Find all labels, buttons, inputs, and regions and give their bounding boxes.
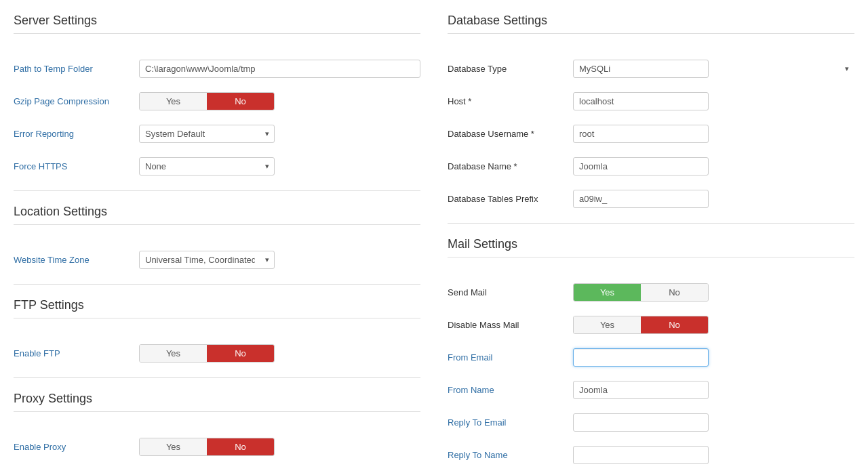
send-mail-field-row: Send Mail Yes No (448, 281, 854, 303)
send-mail-no-btn[interactable]: No (641, 284, 708, 301)
location-ftp-divider (14, 284, 420, 285)
db-mail-divider (448, 223, 854, 224)
error-reporting-control: System Default None Simple Maximum Devel… (139, 125, 420, 143)
right-column: Database Settings Database Type MySQLi M… (448, 14, 854, 475)
from-name-input[interactable] (573, 381, 709, 399)
database-type-label: Database Type (448, 64, 573, 74)
from-name-label: From Name (448, 385, 573, 395)
from-email-control (573, 348, 854, 367)
db-prefix-input[interactable] (573, 190, 709, 208)
enable-proxy-field-row: Enable Proxy Yes No (14, 436, 420, 457)
error-reporting-label: Error Reporting (14, 129, 139, 139)
db-username-field-row: Database Username * (448, 123, 854, 144)
enable-ftp-label: Enable FTP (14, 348, 139, 358)
enable-proxy-toggle-group: Yes No (139, 438, 275, 456)
send-mail-toggle-group: Yes No (573, 283, 709, 302)
host-control (573, 92, 854, 110)
database-settings-section: Database Settings Database Type MySQLi M… (448, 14, 854, 209)
db-prefix-field-row: Database Tables Prefix (448, 188, 854, 209)
enable-proxy-control: Yes No (139, 438, 420, 456)
disable-mass-mail-no-btn[interactable]: No (641, 316, 708, 333)
enable-ftp-yes-btn[interactable]: Yes (140, 345, 207, 362)
gzip-label: Gzip Page Compression (14, 96, 139, 106)
timezone-control: Universal Time, Coordinated ... UTC-12 U… (139, 251, 420, 269)
disable-mass-mail-toggle-group: Yes No (573, 316, 709, 334)
disable-mass-mail-field-row: Disable Mass Mail Yes No (448, 314, 854, 335)
force-https-field-row: Force HTTPS None Administrator Only Enti… (14, 155, 420, 177)
gzip-yes-btn[interactable]: Yes (140, 93, 207, 110)
enable-proxy-no-btn[interactable]: No (207, 438, 274, 455)
server-settings-title: Server Settings (14, 14, 420, 34)
gzip-no-btn[interactable]: No (207, 93, 274, 110)
path-to-temp-control (139, 60, 420, 78)
force-https-control: None Administrator Only Entire Site (139, 157, 420, 175)
enable-ftp-control: Yes No (139, 344, 420, 363)
db-prefix-label: Database Tables Prefix (448, 194, 573, 204)
timezone-select[interactable]: Universal Time, Coordinated ... UTC-12 U… (139, 251, 275, 269)
server-settings-section: Server Settings Path to Temp Folder Gzip… (14, 14, 420, 177)
error-reporting-select[interactable]: System Default None Simple Maximum Devel… (139, 125, 275, 143)
host-field-row: Host * (448, 90, 854, 112)
force-https-select[interactable]: None Administrator Only Entire Site (139, 157, 275, 175)
db-username-label: Database Username * (448, 129, 573, 139)
enable-proxy-yes-btn[interactable]: Yes (140, 438, 207, 455)
mail-settings-section: Mail Settings Send Mail Yes No Disable M… (448, 237, 854, 475)
ftp-proxy-divider (14, 377, 420, 378)
host-input[interactable] (573, 92, 709, 110)
reply-to-name-input[interactable] (573, 446, 709, 464)
ftp-settings-title: FTP Settings (14, 298, 420, 318)
timezone-select-wrapper: Universal Time, Coordinated ... UTC-12 U… (139, 251, 275, 269)
left-column: Server Settings Path to Temp Folder Gzip… (14, 14, 420, 475)
enable-proxy-label: Enable Proxy (14, 442, 139, 452)
path-to-temp-input[interactable] (139, 60, 420, 78)
database-type-field-row: Database Type MySQLi MySQL (PDO) Postgre… (448, 58, 854, 79)
db-name-control (573, 157, 854, 175)
database-type-select-wrapper: MySQLi MySQL (PDO) PostgreSQL SQLite (573, 60, 854, 78)
path-to-temp-label: Path to Temp Folder (14, 64, 139, 74)
enable-ftp-field-row: Enable FTP Yes No (14, 342, 420, 364)
host-label: Host * (448, 96, 573, 106)
path-to-temp-field-row: Path to Temp Folder (14, 58, 420, 79)
db-username-control (573, 125, 854, 143)
reply-to-email-field-row: Reply To Email (448, 411, 854, 433)
force-https-label: Force HTTPS (14, 161, 139, 171)
send-mail-control: Yes No (573, 283, 854, 302)
timezone-label: Website Time Zone (14, 255, 139, 265)
reply-to-email-input[interactable] (573, 413, 709, 432)
gzip-control: Yes No (139, 92, 420, 110)
proxy-settings-title: Proxy Settings (14, 392, 420, 412)
gzip-toggle-group: Yes No (139, 92, 275, 110)
from-email-field-row: From Email (448, 346, 854, 368)
reply-to-email-label: Reply To Email (448, 417, 573, 428)
location-settings-section: Location Settings Website Time Zone Univ… (14, 205, 420, 270)
server-location-divider (14, 190, 420, 191)
timezone-field-row: Website Time Zone Universal Time, Coordi… (14, 249, 420, 270)
reply-to-email-control (573, 413, 854, 432)
db-name-input[interactable] (573, 157, 709, 175)
error-reporting-field-row: Error Reporting System Default None Simp… (14, 123, 420, 144)
from-name-field-row: From Name (448, 379, 854, 400)
reply-to-name-control (573, 446, 854, 464)
error-reporting-select-wrapper: System Default None Simple Maximum Devel… (139, 125, 275, 143)
db-username-input[interactable] (573, 125, 709, 143)
disable-mass-mail-yes-btn[interactable]: Yes (574, 316, 641, 333)
mail-settings-title: Mail Settings (448, 237, 854, 257)
database-settings-title: Database Settings (448, 14, 854, 34)
reply-to-name-field-row: Reply To Name (448, 444, 854, 466)
from-name-control (573, 381, 854, 399)
send-mail-label: Send Mail (448, 287, 573, 297)
gzip-field-row: Gzip Page Compression Yes No (14, 90, 420, 112)
enable-ftp-no-btn[interactable]: No (207, 345, 274, 362)
proxy-settings-section: Proxy Settings Enable Proxy Yes No (14, 392, 420, 457)
disable-mass-mail-control: Yes No (573, 316, 854, 334)
reply-to-name-label: Reply To Name (448, 450, 573, 460)
db-prefix-control (573, 190, 854, 208)
db-name-field-row: Database Name * (448, 155, 854, 177)
send-mail-yes-btn[interactable]: Yes (574, 284, 641, 301)
location-settings-title: Location Settings (14, 205, 420, 225)
database-type-control: MySQLi MySQL (PDO) PostgreSQL SQLite (573, 60, 854, 78)
from-email-input[interactable] (573, 348, 709, 367)
force-https-select-wrapper: None Administrator Only Entire Site (139, 157, 275, 175)
enable-ftp-toggle-group: Yes No (139, 344, 275, 363)
database-type-select[interactable]: MySQLi MySQL (PDO) PostgreSQL SQLite (573, 60, 709, 78)
